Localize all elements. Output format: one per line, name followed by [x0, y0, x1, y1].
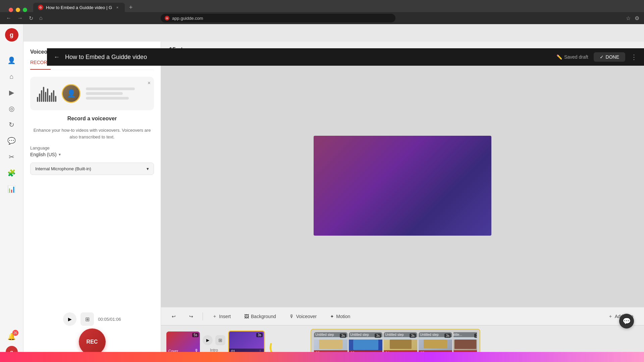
step-01-card[interactable]: 3s 01 ⋮	[228, 330, 265, 355]
close-traffic-light[interactable]	[9, 8, 13, 12]
reload-button[interactable]: ↻	[28, 14, 35, 23]
insert-plus-icon: ＋	[212, 313, 217, 319]
undo-button[interactable]: ↩	[168, 312, 180, 321]
step-02-duration: 3s	[340, 334, 346, 338]
video-add-button[interactable]: ⊞	[80, 312, 94, 326]
app-container: g 👤 ⌂ ▶ ◎ ↻ 💬 ✂ 🧩 📊 🔔	[0, 24, 644, 362]
video-icon: ▶	[9, 88, 14, 97]
redo-button[interactable]: ↪	[185, 312, 197, 321]
home-button[interactable]: ⌂	[38, 14, 44, 22]
intro-play-button[interactable]: ▶	[203, 335, 213, 345]
step-04-duration: 3s	[410, 334, 416, 338]
record-avatar: 👤	[62, 84, 80, 103]
motion-button[interactable]: ✦ Motion	[326, 312, 354, 321]
traffic-lights	[4, 8, 32, 12]
fullscreen-traffic-light[interactable]	[23, 8, 27, 12]
chat-bubble-icon: 💬	[623, 317, 631, 325]
app-back-button[interactable]: ←	[54, 54, 60, 61]
step-03-duration: 3s	[375, 334, 381, 338]
sidebar-item-video[interactable]: ▶	[5, 86, 18, 99]
sidebar-item-add-user[interactable]: 👤	[5, 54, 18, 67]
circle-icon: ◎	[9, 105, 14, 113]
back-nav-button[interactable]: ←	[5, 14, 13, 22]
wave-bar	[47, 88, 48, 102]
undo-icon: ↩	[172, 314, 176, 319]
saved-draft-status: ✏️ Saved draft	[556, 54, 588, 60]
refresh-icon: ↻	[9, 121, 14, 129]
app-header: ← How to Embed a Guidde video ✏️ Saved d…	[47, 48, 644, 66]
wave-bar	[43, 87, 44, 102]
mic-label: Internal Microphone (Built-in)	[35, 166, 91, 171]
microphone-select[interactable]: Internal Microphone (Built-in) ▾	[30, 163, 154, 175]
left-panel: Voiceover | Step 01 ⊞ RECORD TEXT TO VOI…	[23, 42, 161, 362]
main-area: 15 steps Date created: Jul 19 2024 • Las…	[161, 42, 644, 362]
background-icon: 🖼	[244, 314, 249, 319]
draft-icon: ✏️	[556, 54, 562, 60]
active-browser-tab[interactable]: G How to Embed a Guidde video | G ×	[33, 3, 125, 12]
step-06-duration: 3s	[474, 334, 477, 338]
extensions-icon[interactable]: ⚙	[635, 15, 639, 21]
intro-video-add-button[interactable]: ⊞	[215, 335, 225, 345]
motion-star-icon: ✦	[330, 314, 334, 319]
background-button[interactable]: 🖼 Background	[240, 312, 280, 321]
insert-button[interactable]: ＋ Insert	[208, 311, 235, 321]
preview-canvas	[161, 64, 644, 307]
browser-tabs: G How to Embed a Guidde video | G × +	[0, 0, 644, 12]
add-step-plus-icon: ＋	[608, 313, 613, 319]
waveform-visual	[37, 85, 56, 102]
wave-bar	[41, 90, 42, 102]
wave-bar	[55, 96, 56, 102]
tab-close-button[interactable]: ×	[115, 5, 120, 10]
done-button[interactable]: ✓ DONE	[594, 52, 625, 62]
rec-button-area: ▶ ⊞ 00:05/01:06 REC	[30, 312, 154, 355]
cover-card[interactable]: 5s Cover 🎙	[166, 331, 200, 354]
chat-bubble-button[interactable]: 💬	[619, 314, 634, 328]
sidebar-item-tools[interactable]: ✂	[5, 150, 18, 164]
sidebar-item-analytics[interactable]: 📊	[5, 182, 18, 196]
close-record-card-button[interactable]: ×	[148, 80, 151, 86]
browser-toolbar: ← → ↻ ⌂ G app.guidde.com ☆ ⚙	[0, 12, 644, 24]
rec-button[interactable]: REC	[79, 328, 106, 355]
bottom-toolbar: ↩ ↪ ＋ Insert 🖼 Background 🎙	[161, 307, 644, 325]
record-line	[86, 92, 123, 95]
cover-duration: 5s	[192, 333, 199, 337]
notifications-icon-container[interactable]: 🔔 26	[5, 330, 18, 343]
language-select[interactable]: English (US) ▾	[30, 152, 154, 157]
mic-chevron-down-icon: ▾	[147, 166, 149, 171]
puzzle-icon: 🧩	[7, 169, 16, 177]
analytics-icon: 📊	[7, 185, 16, 193]
play-button[interactable]: ▶	[63, 312, 76, 326]
bookmark-icon[interactable]: ☆	[626, 15, 631, 21]
tools-icon: ✂	[9, 153, 14, 161]
toolbar-separator	[203, 312, 203, 320]
minimize-traffic-light[interactable]	[16, 8, 20, 12]
notification-badge: 26	[12, 330, 18, 336]
sidebar-item-home[interactable]: ⌂	[5, 70, 18, 83]
language-section: Language English (US) ▾	[30, 145, 154, 157]
app-logo[interactable]: g	[5, 28, 18, 42]
browser-toolbar-actions: ☆ ⚙	[626, 15, 639, 21]
sidebar-item-circle[interactable]: ◎	[5, 102, 18, 115]
step-05-duration: 3s	[444, 334, 451, 338]
sidebar-item-puzzle[interactable]: 🧩	[5, 166, 18, 180]
language-value: English (US)	[30, 152, 57, 157]
sidebar-item-refresh[interactable]: ↻	[5, 118, 18, 131]
chevron-down-icon: ▾	[59, 152, 61, 157]
chat-icon: 💬	[7, 137, 16, 145]
more-options-button[interactable]: ⋮	[631, 53, 637, 61]
wave-bar	[53, 90, 54, 102]
voiceover-button[interactable]: 🎙 Voiceover	[285, 312, 321, 321]
home-icon: ⌂	[9, 73, 13, 80]
address-text: app.guidde.com	[172, 16, 203, 21]
address-favicon: G	[165, 16, 169, 20]
sidebar-item-chat[interactable]: 💬	[5, 134, 18, 147]
wave-bar	[51, 93, 52, 102]
intro-controls: ▶ ⊞	[203, 335, 225, 345]
tab-label: How to Embed a Guidde video | G	[46, 5, 112, 10]
voiceover-icon: 🎙	[289, 314, 294, 319]
address-bar[interactable]: G app.guidde.com	[161, 14, 395, 22]
new-tab-button[interactable]: +	[126, 3, 136, 12]
gradient-bar	[0, 352, 644, 362]
forward-nav-button[interactable]: →	[16, 14, 24, 22]
record-preview-lines	[86, 87, 147, 100]
